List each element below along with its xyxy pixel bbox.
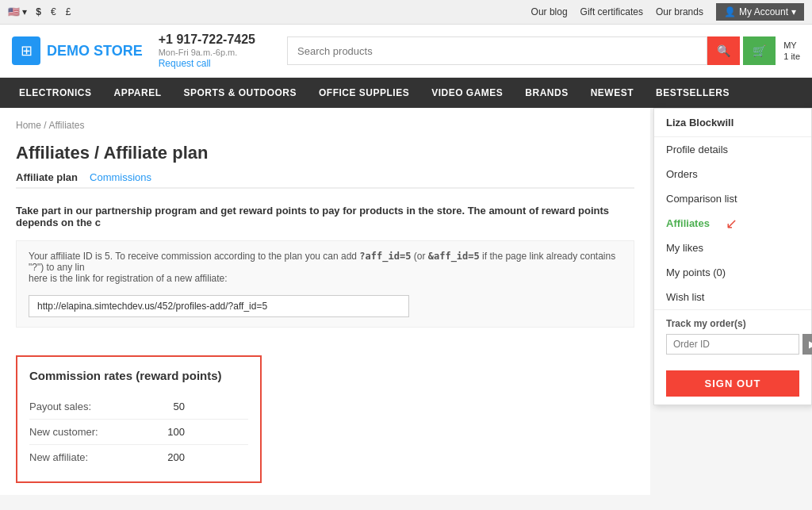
sign-out-button[interactable]: SIGN OUT bbox=[666, 370, 799, 397]
dropdown-orders[interactable]: Orders bbox=[654, 162, 811, 186]
track-order-button[interactable]: ▶ bbox=[802, 334, 812, 355]
track-input-row: ▶ bbox=[666, 334, 799, 355]
nav-newest[interactable]: NEWEST bbox=[580, 78, 645, 108]
commission-label-affiliate: New affiliate: bbox=[29, 451, 88, 463]
top-bar: 🇺🇸 ▾ $ € £ Our blog Gift certificates Ou… bbox=[0, 0, 812, 25]
dropdown-likes[interactable]: My likes bbox=[654, 236, 811, 260]
my-account-button[interactable]: 👤 My Account ▾ bbox=[716, 3, 804, 21]
track-order-input[interactable] bbox=[666, 334, 799, 355]
currency-gbp[interactable]: £ bbox=[63, 6, 74, 18]
nav-office[interactable]: OFFICE SUPPLIES bbox=[308, 78, 420, 108]
track-order-label: Track my order(s) bbox=[666, 318, 799, 329]
phone-hours: Mon-Fri 9a.m.-6p.m. bbox=[159, 48, 238, 57]
page-description: Take part in our partnership program and… bbox=[16, 205, 634, 228]
currency-usd[interactable]: $ bbox=[33, 6, 44, 18]
main-content: Home / Affiliates Affiliates / Affiliate… bbox=[0, 108, 650, 495]
commission-label-payout: Payout sales: bbox=[29, 401, 91, 412]
logo-icon: ⊞ bbox=[12, 36, 40, 65]
request-call-link[interactable]: Request call bbox=[159, 58, 255, 69]
nav-bar: ELECTRONICS APPAREL SPORTS & OUTDOORS OF… bbox=[0, 78, 812, 108]
header: ⊞ DEMO STORE +1 917-722-7425 Mon-Fri 9a.… bbox=[0, 25, 812, 78]
tab-commissions[interactable]: Commissions bbox=[90, 171, 151, 183]
commission-table: Commission rates (reward points) Payout … bbox=[16, 355, 262, 483]
page-title: Affiliates / Affiliate plan bbox=[16, 143, 634, 163]
breadcrumb-current: Affiliates bbox=[48, 120, 84, 131]
our-brands-link[interactable]: Our brands bbox=[656, 6, 703, 17]
search-input[interactable] bbox=[287, 36, 707, 65]
commission-row-payout: Payout sales: 50 bbox=[29, 394, 248, 420]
content-wrapper: Home / Affiliates Affiliates / Affiliate… bbox=[0, 108, 812, 495]
commission-value-affiliate: 200 bbox=[167, 451, 248, 463]
logo-text: DEMO STORE bbox=[47, 43, 143, 59]
commission-row-customer: New customer: 100 bbox=[29, 420, 248, 445]
track-order-section: Track my order(s) ▶ bbox=[654, 309, 811, 362]
blog-link[interactable]: Our blog bbox=[531, 6, 568, 17]
cart-button[interactable]: 🛒 bbox=[743, 36, 776, 65]
tab-affiliate-plan[interactable]: Affiliate plan bbox=[16, 171, 78, 183]
cart-label: MY 1 ite bbox=[783, 40, 800, 63]
info-code1: ?aff_id=5 bbox=[359, 251, 411, 262]
dropdown-profile[interactable]: Profile details bbox=[654, 137, 811, 162]
affiliate-link-box: http://elapina.simtechdev.us/452/profile… bbox=[29, 295, 409, 317]
commission-label-customer: New customer: bbox=[29, 426, 98, 438]
info-code2: &aff_id=5 bbox=[428, 251, 480, 262]
nav-bestsellers[interactable]: BESTSELLERS bbox=[645, 78, 741, 108]
account-dropdown: Liza Blockwill Profile details Orders Co… bbox=[653, 108, 812, 405]
dropdown-points[interactable]: My points (0) bbox=[654, 260, 811, 285]
info-text-2: (or bbox=[411, 251, 427, 262]
dropdown-comparison[interactable]: Comparison list bbox=[654, 186, 811, 211]
logo[interactable]: ⊞ DEMO STORE bbox=[12, 36, 143, 65]
currency-selector[interactable]: $ € £ bbox=[33, 6, 73, 18]
nav-electronics[interactable]: ELECTRONICS bbox=[8, 78, 103, 108]
gift-certificates-link[interactable]: Gift certificates bbox=[580, 6, 643, 17]
commission-row-affiliate: New affiliate: 200 bbox=[29, 445, 248, 470]
dropdown-affiliates[interactable]: Affiliates bbox=[654, 211, 722, 236]
breadcrumb: Home / Affiliates bbox=[16, 120, 634, 131]
commission-value-customer: 100 bbox=[167, 426, 248, 438]
red-arrow-indicator: ↙ bbox=[726, 215, 737, 232]
commission-title: Commission rates (reward points) bbox=[29, 369, 248, 382]
dropdown-username: Liza Blockwill bbox=[654, 109, 811, 137]
info-text-1: Your affiliate ID is 5. To receive commi… bbox=[29, 251, 359, 262]
nav-apparel[interactable]: APPAREL bbox=[103, 78, 173, 108]
flag-selector[interactable]: 🇺🇸 ▾ bbox=[8, 6, 27, 17]
page-tabs: Affiliate plan Commissions bbox=[16, 171, 634, 189]
phone-number: +1 917-722-7425 bbox=[159, 33, 255, 47]
search-button[interactable]: 🔍 bbox=[707, 36, 740, 65]
nav-videogames[interactable]: VIDEO GAMES bbox=[420, 78, 514, 108]
currency-eur[interactable]: € bbox=[48, 6, 59, 18]
nav-sports[interactable]: SPORTS & OUTDOORS bbox=[172, 78, 308, 108]
info-box: Your affiliate ID is 5. To receive commi… bbox=[16, 240, 634, 328]
info-text-4: here is the link for registration of a n… bbox=[29, 273, 228, 284]
breadcrumb-home[interactable]: Home bbox=[16, 120, 41, 131]
dropdown-wishlist[interactable]: Wish list bbox=[654, 285, 811, 309]
commission-value-payout: 50 bbox=[174, 401, 248, 412]
contact-info: +1 917-722-7425 Mon-Fri 9a.m.-6p.m. Requ… bbox=[159, 33, 255, 69]
search-area: 🔍 🛒 MY 1 ite bbox=[287, 36, 800, 65]
nav-brands[interactable]: BRANDS bbox=[514, 78, 579, 108]
